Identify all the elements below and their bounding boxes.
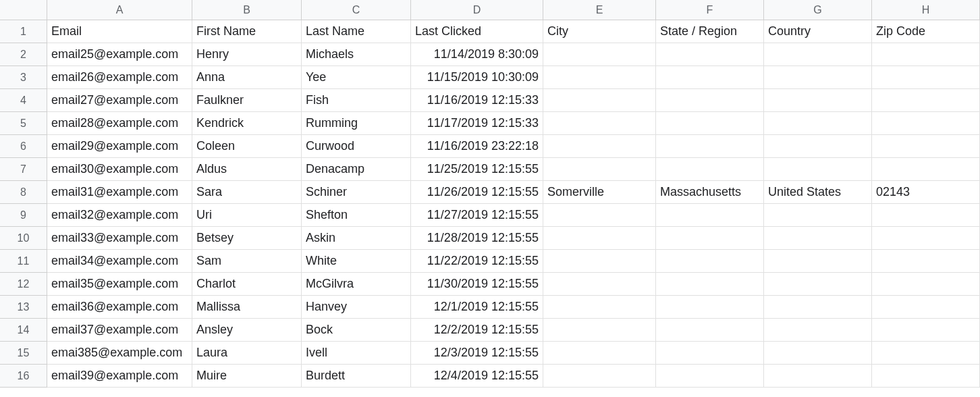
cell-H4[interactable] — [872, 89, 980, 112]
cell-A8[interactable]: email31@example.com — [47, 181, 192, 204]
cell-B11[interactable]: Sam — [192, 250, 302, 273]
cell-A16[interactable]: email39@example.com — [47, 365, 192, 388]
cell-C13[interactable]: Hanvey — [302, 296, 411, 319]
row-header-15[interactable]: 15 — [0, 342, 47, 365]
cell-A1[interactable]: Email — [47, 20, 192, 43]
cell-D12[interactable]: 11/30/2019 12:15:55 — [411, 273, 543, 296]
row-header-12[interactable]: 12 — [0, 273, 47, 296]
col-header-D[interactable]: D — [411, 0, 543, 20]
row-header-5[interactable]: 5 — [0, 112, 47, 135]
cell-C15[interactable]: Ivell — [302, 342, 411, 365]
cell-F3[interactable] — [656, 66, 764, 89]
cell-H1[interactable]: Zip Code — [872, 20, 980, 43]
cell-B1[interactable]: First Name — [192, 20, 302, 43]
cell-B9[interactable]: Uri — [192, 204, 302, 227]
cell-A6[interactable]: email29@example.com — [47, 135, 192, 158]
cell-A2[interactable]: email25@example.com — [47, 43, 192, 66]
cell-E3[interactable] — [543, 66, 656, 89]
cell-G13[interactable] — [764, 296, 872, 319]
cell-H13[interactable] — [872, 296, 980, 319]
row-header-7[interactable]: 7 — [0, 158, 47, 181]
cell-B2[interactable]: Henry — [192, 43, 302, 66]
cell-D13[interactable]: 12/1/2019 12:15:55 — [411, 296, 543, 319]
cell-C5[interactable]: Rumming — [302, 112, 411, 135]
cell-B14[interactable]: Ansley — [192, 319, 302, 342]
cell-H6[interactable] — [872, 135, 980, 158]
cell-D3[interactable]: 11/15/2019 10:30:09 — [411, 66, 543, 89]
cell-F6[interactable] — [656, 135, 764, 158]
row-header-11[interactable]: 11 — [0, 250, 47, 273]
cell-D5[interactable]: 11/17/2019 12:15:33 — [411, 112, 543, 135]
row-header-3[interactable]: 3 — [0, 66, 47, 89]
cell-H16[interactable] — [872, 365, 980, 388]
cell-A14[interactable]: email37@example.com — [47, 319, 192, 342]
cell-H14[interactable] — [872, 319, 980, 342]
cell-G2[interactable] — [764, 43, 872, 66]
cell-A3[interactable]: email26@example.com — [47, 66, 192, 89]
select-all-corner[interactable] — [0, 0, 47, 20]
cell-D4[interactable]: 11/16/2019 12:15:33 — [411, 89, 543, 112]
cell-D16[interactable]: 12/4/2019 12:15:55 — [411, 365, 543, 388]
col-header-G[interactable]: G — [764, 0, 872, 20]
cell-E12[interactable] — [543, 273, 656, 296]
cell-D2[interactable]: 11/14/2019 8:30:09 — [411, 43, 543, 66]
cell-E16[interactable] — [543, 365, 656, 388]
cell-D9[interactable]: 11/27/2019 12:15:55 — [411, 204, 543, 227]
cell-C16[interactable]: Burdett — [302, 365, 411, 388]
cell-E10[interactable] — [543, 227, 656, 250]
cell-E15[interactable] — [543, 342, 656, 365]
cell-C3[interactable]: Yee — [302, 66, 411, 89]
cell-H11[interactable] — [872, 250, 980, 273]
row-header-6[interactable]: 6 — [0, 135, 47, 158]
cell-A11[interactable]: email34@example.com — [47, 250, 192, 273]
cell-H12[interactable] — [872, 273, 980, 296]
cell-A10[interactable]: email33@example.com — [47, 227, 192, 250]
cell-D6[interactable]: 11/16/2019 23:22:18 — [411, 135, 543, 158]
cell-B3[interactable]: Anna — [192, 66, 302, 89]
cell-F1[interactable]: State / Region — [656, 20, 764, 43]
cell-G3[interactable] — [764, 66, 872, 89]
row-header-13[interactable]: 13 — [0, 296, 47, 319]
cell-C1[interactable]: Last Name — [302, 20, 411, 43]
row-header-2[interactable]: 2 — [0, 43, 47, 66]
cell-H3[interactable] — [872, 66, 980, 89]
cell-B4[interactable]: Faulkner — [192, 89, 302, 112]
cell-D7[interactable]: 11/25/2019 12:15:55 — [411, 158, 543, 181]
cell-A9[interactable]: email32@example.com — [47, 204, 192, 227]
cell-D11[interactable]: 11/22/2019 12:15:55 — [411, 250, 543, 273]
cell-G16[interactable] — [764, 365, 872, 388]
cell-G6[interactable] — [764, 135, 872, 158]
cell-D15[interactable]: 12/3/2019 12:15:55 — [411, 342, 543, 365]
cell-C10[interactable]: Askin — [302, 227, 411, 250]
cell-F13[interactable] — [656, 296, 764, 319]
cell-G11[interactable] — [764, 250, 872, 273]
row-header-8[interactable]: 8 — [0, 181, 47, 204]
cell-G4[interactable] — [764, 89, 872, 112]
cell-F5[interactable] — [656, 112, 764, 135]
row-header-10[interactable]: 10 — [0, 227, 47, 250]
cell-A5[interactable]: email28@example.com — [47, 112, 192, 135]
cell-E2[interactable] — [543, 43, 656, 66]
cell-F16[interactable] — [656, 365, 764, 388]
col-header-B[interactable]: B — [192, 0, 302, 20]
cell-A4[interactable]: email27@example.com — [47, 89, 192, 112]
cell-E11[interactable] — [543, 250, 656, 273]
cell-F11[interactable] — [656, 250, 764, 273]
cell-B10[interactable]: Betsey — [192, 227, 302, 250]
cell-B7[interactable]: Aldus — [192, 158, 302, 181]
cell-B5[interactable]: Kendrick — [192, 112, 302, 135]
cell-G9[interactable] — [764, 204, 872, 227]
row-header-1[interactable]: 1 — [0, 20, 47, 43]
cell-C8[interactable]: Schiner — [302, 181, 411, 204]
cell-H8[interactable]: 02143 — [872, 181, 980, 204]
cell-C7[interactable]: Denacamp — [302, 158, 411, 181]
cell-G14[interactable] — [764, 319, 872, 342]
row-header-9[interactable]: 9 — [0, 204, 47, 227]
cell-E13[interactable] — [543, 296, 656, 319]
cell-B13[interactable]: Mallissa — [192, 296, 302, 319]
cell-A12[interactable]: email35@example.com — [47, 273, 192, 296]
col-header-H[interactable]: H — [872, 0, 980, 20]
cell-A13[interactable]: email36@example.com — [47, 296, 192, 319]
cell-F9[interactable] — [656, 204, 764, 227]
cell-F14[interactable] — [656, 319, 764, 342]
